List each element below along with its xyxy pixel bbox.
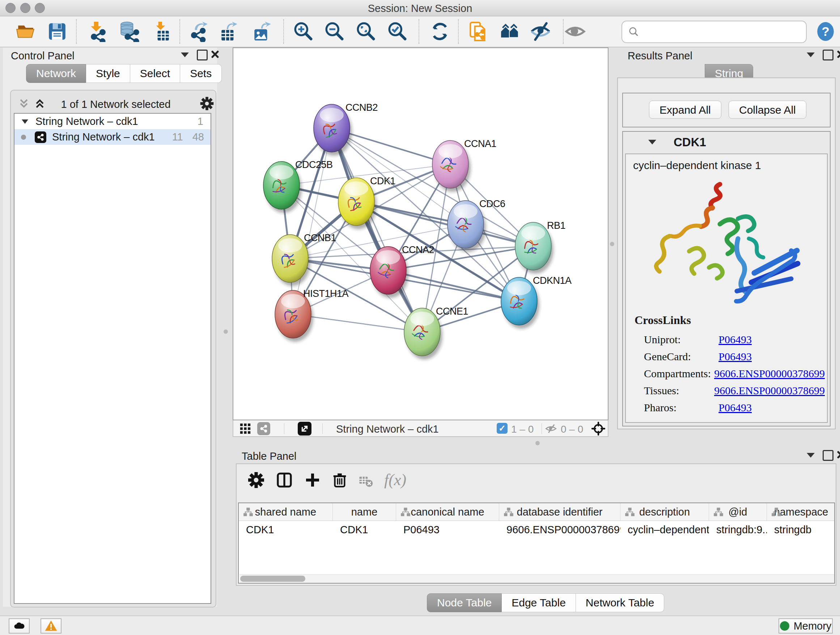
separator [284, 423, 284, 434]
column-header-namespace[interactable]: namespace [767, 503, 835, 521]
export-view-icon[interactable] [298, 422, 311, 435]
open-session-icon[interactable] [15, 21, 36, 42]
table-panel-float-icon[interactable] [823, 450, 834, 461]
hide-selection-icon[interactable] [530, 21, 551, 42]
export-network-icon[interactable] [188, 21, 210, 42]
control-panel: Control Panel NetworkStyleSelectSets 1 o… [3, 48, 217, 607]
results-panel-collapse-icon[interactable] [807, 52, 815, 57]
zoom-selected-icon[interactable] [387, 21, 409, 42]
control-panel-collapse-icon[interactable] [181, 52, 189, 57]
import-network-database-icon[interactable] [118, 21, 140, 42]
cdk1-collapse-triangle-icon[interactable] [648, 140, 656, 144]
save-session-icon[interactable] [46, 21, 68, 42]
table-row[interactable]: CDK1CDK1P064939606.ENSP00000378699cyclin… [239, 521, 834, 538]
help-icon[interactable]: ? [815, 21, 836, 42]
node-label-HIST1H1A: HIST1H1A [303, 288, 349, 299]
add-column-icon[interactable] [304, 471, 321, 490]
table-panel-title: Table Panel [242, 450, 297, 462]
crosslink-value[interactable]: P06493 [718, 350, 752, 363]
cell-canonical-name[interactable]: P06493 [396, 521, 499, 538]
clone-network-icon[interactable] [468, 21, 489, 42]
left-splitter-handle[interactable] [224, 329, 228, 334]
column-header-description[interactable]: description [621, 503, 709, 521]
expand-all-networks-icon[interactable] [33, 97, 46, 111]
cell-database-identifier[interactable]: 9606.ENSP00000378699 [499, 521, 621, 538]
delete-column-icon[interactable] [332, 471, 348, 489]
tab-select[interactable]: Select [130, 64, 180, 83]
node-CDC25B[interactable]: CDC25B [264, 159, 333, 213]
refresh-view-icon[interactable] [429, 21, 451, 42]
collapse-all-networks-icon[interactable] [17, 97, 30, 111]
scrollbar-thumb[interactable] [240, 576, 305, 582]
tab-network[interactable]: Network [26, 64, 86, 83]
network-collection-row[interactable]: String Network – cdk1 1 [14, 114, 210, 129]
bottom-splitter-handle[interactable] [535, 441, 540, 445]
memory-label: Memory [794, 620, 832, 632]
crosslink-label: Uniprot: [644, 333, 681, 346]
hidden-eye-icon[interactable] [545, 423, 557, 436]
zoom-fit-icon[interactable] [355, 21, 377, 42]
zoom-in-icon[interactable] [293, 21, 314, 42]
node-CCNA2[interactable]: CCNA2 [370, 244, 434, 298]
birdseye-grid-icon[interactable] [239, 423, 251, 436]
tab-edge-table[interactable]: Edge Table [502, 593, 576, 612]
show-columns-icon[interactable] [276, 471, 293, 490]
tab-style[interactable]: Style [86, 64, 130, 83]
node-CCNA1[interactable]: CCNA1 [432, 138, 496, 192]
expand-all-button[interactable]: Expand All [649, 101, 722, 119]
crosslink-value[interactable]: 9606.ENSP00000378699 [714, 385, 825, 397]
show-all-networks-icon[interactable] [499, 21, 521, 42]
tab-node-table[interactable]: Node Table [427, 593, 502, 612]
cell-namespace[interactable]: stringdb [767, 521, 835, 538]
export-table-icon[interactable] [218, 21, 240, 42]
table-options-gear-icon[interactable] [248, 471, 265, 490]
column-header-shared-name[interactable]: shared name [239, 503, 333, 521]
crosslink-label: GeneCard: [644, 350, 691, 363]
show-hidden-icon[interactable] [564, 21, 586, 42]
results-panel-float-icon[interactable] [823, 50, 834, 60]
import-network-file-icon[interactable] [87, 21, 109, 42]
crosslink-value[interactable]: P06493 [718, 402, 752, 414]
tab-sets[interactable]: Sets [180, 64, 222, 83]
node-RB1[interactable]: RB1 [515, 220, 565, 274]
tab-network-table[interactable]: Network Table [576, 593, 665, 612]
node-CCNE1[interactable]: CCNE1 [404, 306, 468, 359]
crosslink-value[interactable]: 9606.ENSP00000378699 [714, 367, 825, 380]
column-header-database-identifier[interactable]: database identifier [499, 503, 621, 521]
search-input[interactable] [643, 26, 806, 38]
export-image-icon[interactable] [251, 21, 273, 42]
memory-status-dot-icon [780, 621, 789, 631]
cell-description[interactable]: cyclin–dependent ... [621, 521, 709, 538]
cell-shared-name[interactable]: CDK1 [239, 521, 333, 538]
column-tree-icon [714, 507, 723, 519]
selected-checkbox-icon[interactable]: ✓ [497, 423, 508, 434]
column-header-name[interactable]: name [333, 503, 396, 521]
node-CCNB2[interactable]: CCNB2 [314, 102, 378, 156]
network-share-icon[interactable] [257, 422, 270, 435]
node-CDKN1A[interactable]: CDKN1A [501, 275, 572, 329]
network-options-gear-icon[interactable] [200, 96, 214, 112]
table-panel-collapse-icon[interactable] [807, 453, 815, 458]
cell-@id[interactable]: stringdb:9... [709, 521, 767, 538]
delete-table-icon [358, 473, 373, 490]
node-HIST1H1A[interactable]: HIST1H1A [275, 288, 349, 342]
node-label-CDC25B: CDC25B [295, 159, 333, 170]
cloud-button[interactable] [9, 618, 30, 633]
edge-CCNB2-CCNE1[interactable] [332, 128, 422, 332]
network-row[interactable]: String Network – cdk1 11 48 [14, 129, 210, 145]
network-view[interactable]: CCNB2CCNA1CDC25BCDK1CDC6RB1CCNB1CCNA2CDK… [233, 48, 608, 420]
control-panel-float-icon[interactable] [197, 50, 208, 60]
crosslink-value[interactable]: P06493 [718, 333, 752, 346]
collapse-all-button[interactable]: Collapse All [729, 101, 806, 119]
import-table-file-icon[interactable] [150, 21, 172, 42]
warning-button[interactable] [41, 618, 62, 633]
network-canvas[interactable]: CCNB2CCNA1CDC25BCDK1CDC6RB1CCNB1CCNA2CDK… [233, 48, 608, 420]
cell-name[interactable]: CDK1 [333, 521, 396, 538]
memory-button[interactable]: Memory [778, 618, 833, 633]
column-header-canonical-name[interactable]: canonical name [396, 503, 499, 521]
column-header-@id[interactable]: @id [709, 503, 767, 521]
edge-CDK1-RB1[interactable] [356, 202, 533, 246]
collection-expand-triangle-icon[interactable] [22, 119, 28, 124]
fit-selected-crosshair-icon[interactable] [592, 422, 605, 437]
zoom-out-icon[interactable] [324, 21, 346, 42]
